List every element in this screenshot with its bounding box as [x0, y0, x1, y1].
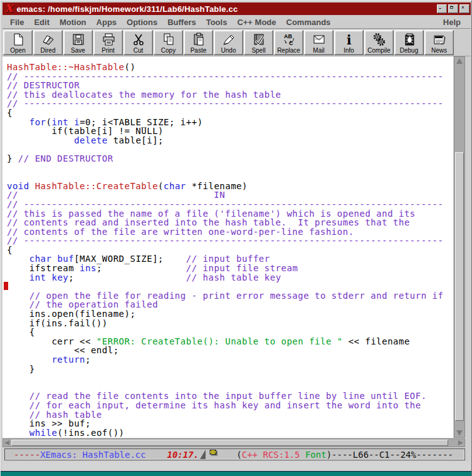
code-segment [7, 354, 51, 365]
code-segment [7, 254, 29, 264]
vertical-scrollbar[interactable] [454, 56, 465, 438]
menu-tools[interactable]: Tools [201, 16, 233, 28]
code-line[interactable]: cerr << "ERROR: CreateTable(): Unable to… [7, 337, 453, 346]
scroll-up-arrow-icon[interactable] [456, 58, 463, 64]
code-line[interactable]: // DESTRUCTOR [7, 81, 453, 90]
code-line[interactable]: { [7, 246, 453, 255]
title-bar[interactable]: X emacs: /home/fiskjm/Homework/311/Lab6/… [3, 3, 471, 15]
code-line[interactable]: for(int i=0; i<TABLE_SIZE; i++) [7, 118, 453, 127]
clock-display: 10:17. [167, 450, 199, 460]
code-line[interactable]: // this is passed the name of a file ('f… [7, 209, 453, 219]
toolbar-button-print[interactable]: Print [93, 30, 123, 55]
code-line[interactable]: } // END DESTRUCTOR [7, 154, 453, 163]
code-line[interactable]: // open the file for reading - print err… [7, 291, 453, 301]
toolbar-button-save[interactable]: Save [63, 30, 93, 55]
menu-apps[interactable]: Apps [92, 16, 122, 28]
scroll-right-arrow-icon[interactable] [458, 440, 463, 445]
code-line[interactable]: if(table[i] != NULL) [7, 127, 453, 136]
modeline[interactable]: -----XEmacs: HashTable.cc 10:17. (C++ RC… [4, 448, 465, 460]
vertical-scrollbar-thumb[interactable] [455, 152, 464, 421]
toolbar-label-mail: Mail [313, 47, 324, 54]
code-line[interactable]: // contents read and inserted into the h… [7, 218, 453, 227]
code-text: HashTable::~HashTable()// --------------… [3, 56, 453, 437]
code-line[interactable]: // for each input, determine its hash ke… [7, 401, 453, 410]
code-line[interactable]: // this deallocates the memory for the h… [7, 90, 453, 100]
menu-options[interactable]: Options [122, 16, 162, 28]
code-line[interactable]: // the operation failed [7, 300, 453, 309]
code-line[interactable]: // contents of the file are written one-… [7, 227, 453, 237]
toolbar-button-info[interactable]: iInfo [334, 30, 364, 55]
menu-edit[interactable]: Edit [29, 16, 55, 28]
code-segment: i [74, 117, 80, 127]
code-line[interactable]: } [7, 365, 453, 374]
code-line[interactable]: // -------------------------------------… [7, 99, 453, 108]
code-line[interactable] [7, 373, 453, 383]
code-line[interactable]: delete table[i]; [7, 136, 453, 145]
code-segment: delete [74, 135, 108, 145]
desktop-background [1, 471, 472, 476]
code-line[interactable]: HashTable::~HashTable() [7, 63, 453, 72]
close-icon [461, 6, 468, 13]
minimize-button[interactable] [437, 4, 447, 13]
toolbar-button-replace[interactable]: ABCReplace [274, 30, 303, 55]
toolbar-button-open[interactable]: Open [3, 30, 33, 55]
code-segment: (!ins.eof()) [57, 428, 124, 438]
code-line[interactable]: ifstream ins; // input file stream [7, 264, 453, 273]
toolbar-button-cut[interactable]: Cut [123, 30, 153, 55]
code-line[interactable]: << endl; [7, 346, 453, 355]
code-line[interactable]: { [7, 328, 453, 337]
code-segment: ins >> buf; [7, 418, 91, 428]
code-line[interactable]: // -------------------------------------… [7, 236, 453, 246]
menu-c-mode[interactable]: C++ Mode [232, 16, 281, 28]
toolbar-button-mail[interactable]: Mail [304, 30, 333, 55]
code-line[interactable]: // -------------------------------------… [7, 72, 453, 81]
code-line[interactable] [7, 145, 453, 154]
echo-area[interactable] [3, 462, 471, 471]
toolbar-button-undo[interactable]: Undo [214, 30, 243, 55]
toolbar-button-dired[interactable]: Dired [33, 30, 63, 55]
close-button[interactable] [459, 4, 469, 13]
menu-buffers[interactable]: Buffers [162, 16, 201, 28]
toolbar-button-compile[interactable]: Compile [364, 30, 394, 55]
code-line[interactable]: while(!ins.eof()) [7, 428, 453, 438]
toolbar-label-undo: Undo [221, 47, 236, 54]
code-line[interactable]: // -------------------------------------… [7, 200, 453, 209]
code-line[interactable]: // IN [7, 190, 453, 200]
scroll-left-arrow-icon[interactable] [4, 440, 9, 445]
scroll-down-arrow-icon[interactable] [456, 430, 463, 436]
code-line[interactable] [7, 383, 453, 392]
code-line[interactable]: // hash table [7, 410, 453, 420]
toolbar-label-spell: Spell [251, 47, 265, 54]
menu-commands[interactable]: Commands [281, 16, 336, 28]
menu-file[interactable]: File [5, 16, 29, 28]
code-line[interactable] [7, 163, 453, 173]
toolbar-button-debug[interactable]: Debug [394, 30, 424, 55]
editor-buffer[interactable]: HashTable::~HashTable()// --------------… [3, 56, 453, 438]
maximize-button[interactable] [448, 4, 458, 13]
toolbar-label-save: Save [71, 47, 85, 54]
code-line[interactable]: int key; // hash table key [7, 273, 453, 282]
code-line[interactable]: // read the file contents into the input… [7, 391, 453, 401]
code-line[interactable] [7, 282, 453, 291]
code-segment: << endl; [7, 345, 119, 355]
code-line[interactable]: ins.open(filename); [7, 309, 453, 319]
menu-motion[interactable]: Motion [55, 16, 92, 28]
horizontal-scrollbar[interactable] [3, 438, 465, 447]
code-line[interactable]: char buf[MAX_WORD_SIZE]; // input buffer [7, 254, 453, 264]
code-line[interactable]: ins >> buf; [7, 419, 453, 428]
code-line[interactable] [7, 172, 453, 182]
menu-help[interactable]: Help [438, 16, 466, 28]
toolbar-button-copy[interactable]: Copy [154, 30, 183, 55]
code-line[interactable]: void HashTable::CreateTable(char *filena… [7, 182, 453, 191]
new-mail-icon [208, 450, 219, 460]
toolbar-button-spell[interactable]: Spell [244, 30, 273, 55]
toolbar-button-paste[interactable]: Paste [184, 30, 213, 55]
code-segment: // input file stream [186, 263, 298, 273]
code-line[interactable]: { [7, 108, 453, 118]
code-line[interactable]: return; [7, 355, 453, 365]
code-line[interactable]: if(ins.fail()) [7, 319, 453, 328]
scissors-icon [132, 32, 145, 47]
toolbar-label-news: News [431, 47, 447, 54]
toolbar-button-news[interactable]: News [424, 30, 454, 55]
horizontal-scrollbar-thumb[interactable] [11, 440, 448, 446]
